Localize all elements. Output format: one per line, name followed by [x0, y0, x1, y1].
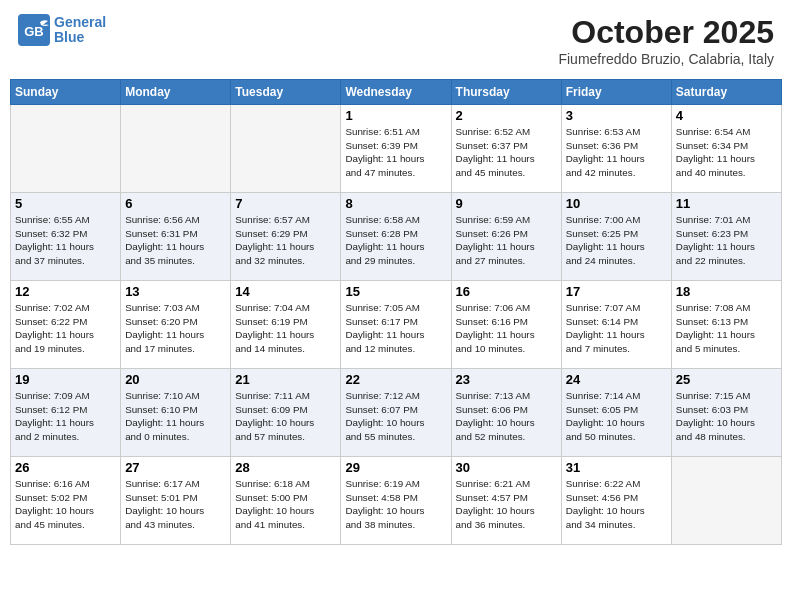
day-info: Sunrise: 6:58 AM Sunset: 6:28 PM Dayligh…	[345, 213, 446, 268]
day-info: Sunrise: 6:22 AM Sunset: 4:56 PM Dayligh…	[566, 477, 667, 532]
day-number: 6	[125, 196, 226, 211]
table-row: 29Sunrise: 6:19 AM Sunset: 4:58 PM Dayli…	[341, 457, 451, 545]
day-number: 11	[676, 196, 777, 211]
month-title: October 2025	[558, 14, 774, 51]
table-row: 19Sunrise: 7:09 AM Sunset: 6:12 PM Dayli…	[11, 369, 121, 457]
day-info: Sunrise: 6:18 AM Sunset: 5:00 PM Dayligh…	[235, 477, 336, 532]
logo: GB General Blue	[18, 14, 106, 46]
day-number: 9	[456, 196, 557, 211]
table-row: 13Sunrise: 7:03 AM Sunset: 6:20 PM Dayli…	[121, 281, 231, 369]
day-info: Sunrise: 6:19 AM Sunset: 4:58 PM Dayligh…	[345, 477, 446, 532]
table-row	[11, 105, 121, 193]
day-info: Sunrise: 6:55 AM Sunset: 6:32 PM Dayligh…	[15, 213, 116, 268]
svg-text:GB: GB	[24, 24, 44, 39]
day-number: 4	[676, 108, 777, 123]
location-subtitle: Fiumefreddo Bruzio, Calabria, Italy	[558, 51, 774, 67]
table-row: 7Sunrise: 6:57 AM Sunset: 6:29 PM Daylig…	[231, 193, 341, 281]
logo-icon: GB	[18, 14, 50, 46]
day-info: Sunrise: 7:03 AM Sunset: 6:20 PM Dayligh…	[125, 301, 226, 356]
day-number: 10	[566, 196, 667, 211]
calendar-week-row: 26Sunrise: 6:16 AM Sunset: 5:02 PM Dayli…	[11, 457, 782, 545]
table-row: 11Sunrise: 7:01 AM Sunset: 6:23 PM Dayli…	[671, 193, 781, 281]
table-row: 28Sunrise: 6:18 AM Sunset: 5:00 PM Dayli…	[231, 457, 341, 545]
day-number: 30	[456, 460, 557, 475]
table-row: 27Sunrise: 6:17 AM Sunset: 5:01 PM Dayli…	[121, 457, 231, 545]
day-number: 5	[15, 196, 116, 211]
day-info: Sunrise: 7:08 AM Sunset: 6:13 PM Dayligh…	[676, 301, 777, 356]
day-number: 18	[676, 284, 777, 299]
day-info: Sunrise: 6:51 AM Sunset: 6:39 PM Dayligh…	[345, 125, 446, 180]
day-number: 23	[456, 372, 557, 387]
table-row	[671, 457, 781, 545]
day-info: Sunrise: 7:15 AM Sunset: 6:03 PM Dayligh…	[676, 389, 777, 444]
day-number: 29	[345, 460, 446, 475]
day-number: 15	[345, 284, 446, 299]
day-number: 14	[235, 284, 336, 299]
table-row: 25Sunrise: 7:15 AM Sunset: 6:03 PM Dayli…	[671, 369, 781, 457]
day-number: 7	[235, 196, 336, 211]
col-saturday: Saturday	[671, 80, 781, 105]
table-row: 24Sunrise: 7:14 AM Sunset: 6:05 PM Dayli…	[561, 369, 671, 457]
col-monday: Monday	[121, 80, 231, 105]
calendar-table: Sunday Monday Tuesday Wednesday Thursday…	[10, 79, 782, 545]
day-number: 19	[15, 372, 116, 387]
day-number: 26	[15, 460, 116, 475]
table-row: 16Sunrise: 7:06 AM Sunset: 6:16 PM Dayli…	[451, 281, 561, 369]
calendar-week-row: 12Sunrise: 7:02 AM Sunset: 6:22 PM Dayli…	[11, 281, 782, 369]
table-row: 14Sunrise: 7:04 AM Sunset: 6:19 PM Dayli…	[231, 281, 341, 369]
table-row: 18Sunrise: 7:08 AM Sunset: 6:13 PM Dayli…	[671, 281, 781, 369]
col-sunday: Sunday	[11, 80, 121, 105]
table-row: 2Sunrise: 6:52 AM Sunset: 6:37 PM Daylig…	[451, 105, 561, 193]
day-info: Sunrise: 7:14 AM Sunset: 6:05 PM Dayligh…	[566, 389, 667, 444]
table-row: 8Sunrise: 6:58 AM Sunset: 6:28 PM Daylig…	[341, 193, 451, 281]
day-info: Sunrise: 6:21 AM Sunset: 4:57 PM Dayligh…	[456, 477, 557, 532]
table-row: 26Sunrise: 6:16 AM Sunset: 5:02 PM Dayli…	[11, 457, 121, 545]
table-row: 12Sunrise: 7:02 AM Sunset: 6:22 PM Dayli…	[11, 281, 121, 369]
day-number: 25	[676, 372, 777, 387]
day-info: Sunrise: 6:53 AM Sunset: 6:36 PM Dayligh…	[566, 125, 667, 180]
day-number: 1	[345, 108, 446, 123]
table-row: 21Sunrise: 7:11 AM Sunset: 6:09 PM Dayli…	[231, 369, 341, 457]
col-tuesday: Tuesday	[231, 80, 341, 105]
day-number: 17	[566, 284, 667, 299]
table-row: 20Sunrise: 7:10 AM Sunset: 6:10 PM Dayli…	[121, 369, 231, 457]
table-row: 17Sunrise: 7:07 AM Sunset: 6:14 PM Dayli…	[561, 281, 671, 369]
day-number: 31	[566, 460, 667, 475]
day-number: 8	[345, 196, 446, 211]
table-row: 30Sunrise: 6:21 AM Sunset: 4:57 PM Dayli…	[451, 457, 561, 545]
table-row: 1Sunrise: 6:51 AM Sunset: 6:39 PM Daylig…	[341, 105, 451, 193]
day-info: Sunrise: 7:07 AM Sunset: 6:14 PM Dayligh…	[566, 301, 667, 356]
table-row: 3Sunrise: 6:53 AM Sunset: 6:36 PM Daylig…	[561, 105, 671, 193]
day-info: Sunrise: 7:05 AM Sunset: 6:17 PM Dayligh…	[345, 301, 446, 356]
calendar-header-row: Sunday Monday Tuesday Wednesday Thursday…	[11, 80, 782, 105]
table-row: 9Sunrise: 6:59 AM Sunset: 6:26 PM Daylig…	[451, 193, 561, 281]
day-number: 27	[125, 460, 226, 475]
day-info: Sunrise: 7:09 AM Sunset: 6:12 PM Dayligh…	[15, 389, 116, 444]
logo-line1: General	[54, 15, 106, 30]
col-thursday: Thursday	[451, 80, 561, 105]
day-info: Sunrise: 7:00 AM Sunset: 6:25 PM Dayligh…	[566, 213, 667, 268]
table-row: 22Sunrise: 7:12 AM Sunset: 6:07 PM Dayli…	[341, 369, 451, 457]
day-number: 3	[566, 108, 667, 123]
day-number: 20	[125, 372, 226, 387]
table-row: 6Sunrise: 6:56 AM Sunset: 6:31 PM Daylig…	[121, 193, 231, 281]
day-info: Sunrise: 6:16 AM Sunset: 5:02 PM Dayligh…	[15, 477, 116, 532]
table-row	[231, 105, 341, 193]
day-number: 16	[456, 284, 557, 299]
day-number: 2	[456, 108, 557, 123]
day-info: Sunrise: 6:56 AM Sunset: 6:31 PM Dayligh…	[125, 213, 226, 268]
day-number: 21	[235, 372, 336, 387]
page-header: GB General Blue October 2025 Fiumefreddo…	[10, 10, 782, 71]
table-row: 31Sunrise: 6:22 AM Sunset: 4:56 PM Dayli…	[561, 457, 671, 545]
day-info: Sunrise: 7:02 AM Sunset: 6:22 PM Dayligh…	[15, 301, 116, 356]
calendar-week-row: 1Sunrise: 6:51 AM Sunset: 6:39 PM Daylig…	[11, 105, 782, 193]
table-row: 5Sunrise: 6:55 AM Sunset: 6:32 PM Daylig…	[11, 193, 121, 281]
day-number: 28	[235, 460, 336, 475]
day-number: 13	[125, 284, 226, 299]
day-info: Sunrise: 7:06 AM Sunset: 6:16 PM Dayligh…	[456, 301, 557, 356]
day-info: Sunrise: 7:13 AM Sunset: 6:06 PM Dayligh…	[456, 389, 557, 444]
calendar-week-row: 5Sunrise: 6:55 AM Sunset: 6:32 PM Daylig…	[11, 193, 782, 281]
calendar-week-row: 19Sunrise: 7:09 AM Sunset: 6:12 PM Dayli…	[11, 369, 782, 457]
table-row	[121, 105, 231, 193]
table-row: 4Sunrise: 6:54 AM Sunset: 6:34 PM Daylig…	[671, 105, 781, 193]
